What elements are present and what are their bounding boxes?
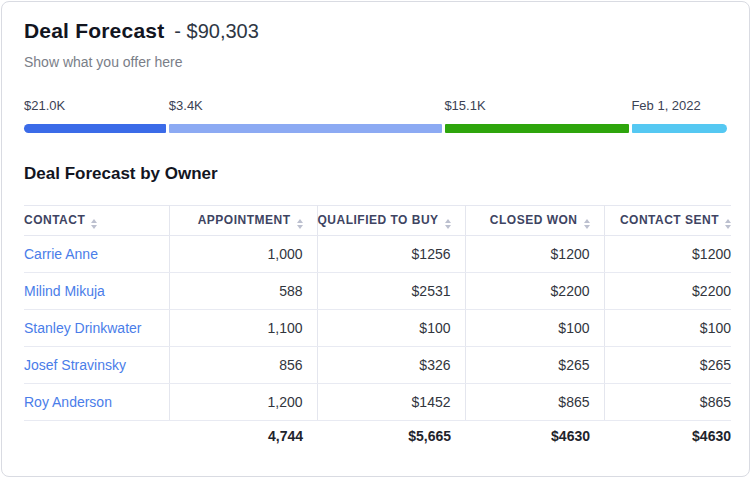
column-header-closed-won[interactable]: CLOSED WON: [465, 206, 604, 236]
funnel-label-1: $21.0K: [24, 98, 65, 113]
funnel-labels: $21.0K$3.4K$15.1KFeb 1, 2022: [24, 98, 727, 116]
contact-sent-cell: $100: [604, 310, 731, 347]
qualified-cell: $100: [317, 310, 465, 347]
contact-link[interactable]: Stanley Drinkwater: [24, 320, 142, 336]
card-header: Deal Forecast - $90,303: [24, 19, 727, 49]
contact-link[interactable]: Josef Stravinsky: [24, 357, 126, 373]
appointment-cell: 1,000: [169, 236, 317, 273]
page-title: Deal Forecast: [24, 19, 164, 43]
closed-won-cell: $265: [465, 347, 604, 384]
funnel-label-3: $15.1K: [444, 98, 485, 113]
contact-sent-cell: $2200: [604, 273, 731, 310]
closed-won-cell: $100: [465, 310, 604, 347]
contact-link[interactable]: Milind Mikuja: [24, 283, 105, 299]
closed-won-cell: $2200: [465, 273, 604, 310]
appointment-cell: 1,200: [169, 384, 317, 421]
table-row: Carrie Anne 1,000 $1256 $1200 $1200: [24, 236, 731, 273]
contact-sent-cell: $265: [604, 347, 731, 384]
funnel-segment-3: [445, 124, 629, 133]
appointment-cell: 1,100: [169, 310, 317, 347]
qualified-cell: $2531: [317, 273, 465, 310]
table-row: Milind Mikuja 588 $2531 $2200 $2200: [24, 273, 731, 310]
qualified-cell: $1452: [317, 384, 465, 421]
funnel-segment-4: [632, 124, 727, 133]
totals-row: 4,744 $5,665 $4630 $4630: [24, 421, 731, 451]
deal-forecast-table: CONTACT APPOINTMENT QUALIFIED TO BUY CLO…: [24, 205, 731, 451]
contact-sent-cell: $1200: [604, 236, 731, 273]
table-row: Stanley Drinkwater 1,100 $100 $100 $100: [24, 310, 731, 347]
sort-icon[interactable]: [91, 219, 97, 229]
contact-sent-cell: $865: [604, 384, 731, 421]
sort-icon[interactable]: [584, 219, 590, 229]
totals-contact-sent: $4630: [604, 421, 731, 451]
totals-appointment: 4,744: [169, 421, 317, 451]
totals-closed-won: $4630: [465, 421, 604, 451]
qualified-cell: $326: [317, 347, 465, 384]
appointment-cell: 856: [169, 347, 317, 384]
column-header-contact-sent[interactable]: CONTACT SENT: [604, 206, 731, 236]
funnel-bar: [24, 124, 727, 133]
totals-empty-cell: [24, 421, 169, 451]
funnel-label-2: $3.4K: [169, 98, 203, 113]
closed-won-cell: $865: [465, 384, 604, 421]
appointment-cell: 588: [169, 273, 317, 310]
table-header-row: CONTACT APPOINTMENT QUALIFIED TO BUY CLO…: [24, 206, 731, 236]
contact-link[interactable]: Carrie Anne: [24, 246, 98, 262]
funnel-label-4: Feb 1, 2022: [631, 98, 700, 113]
table-title: Deal Forecast by Owner: [24, 162, 727, 186]
column-header-contact[interactable]: CONTACT: [24, 206, 169, 236]
table-row: Josef Stravinsky 856 $326 $265 $265: [24, 347, 731, 384]
funnel-segment-2: [169, 124, 442, 133]
sort-icon[interactable]: [445, 219, 451, 229]
funnel-segment-1: [24, 124, 166, 133]
column-header-appointment[interactable]: APPOINTMENT: [169, 206, 317, 236]
table-row: Roy Anderson 1,200 $1452 $865 $865: [24, 384, 731, 421]
totals-qualified: $5,665: [317, 421, 465, 451]
page-subtitle: Show what you offer here: [24, 52, 727, 72]
column-header-qualified-to-buy[interactable]: QUALIFIED TO BUY: [317, 206, 465, 236]
forecast-amount: - $90,303: [174, 20, 259, 43]
closed-won-cell: $1200: [465, 236, 604, 273]
qualified-cell: $1256: [317, 236, 465, 273]
sort-icon[interactable]: [297, 219, 303, 229]
sort-icon[interactable]: [725, 219, 731, 229]
contact-link[interactable]: Roy Anderson: [24, 394, 112, 410]
deal-forecast-card: Deal Forecast - $90,303 Show what you of…: [1, 1, 750, 477]
